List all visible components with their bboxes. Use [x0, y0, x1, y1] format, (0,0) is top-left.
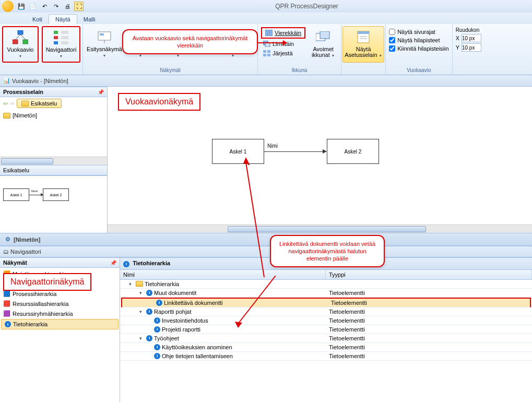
tab-malli[interactable]: Malli: [77, 15, 102, 24]
back-icon[interactable]: ⇦: [3, 100, 8, 107]
navigator-icon: [53, 29, 69, 46]
esitysnakyma-button[interactable]: Esitysnäkymä▼: [86, 26, 123, 63]
kiinnita-check[interactable]: Kiinnitä hilapisteisiin: [389, 45, 448, 52]
svg-rect-7: [54, 41, 58, 44]
svg-line-4: [20, 34, 26, 40]
title-bar: 💾 📄 ↶ ↷ 🖨 ⛶ QPR ProcessDesigner: [0, 0, 532, 13]
collapse-icon[interactable]: ▾: [139, 290, 145, 295]
save-icon[interactable]: 💾: [17, 2, 26, 11]
tietohierarkia-grid: i Tietohierarkia Nimi Tyyppi ▾Tietohiera…: [120, 257, 532, 402]
info-icon: i: [154, 326, 160, 333]
grid-row[interactable]: ▾iMuut dokumentitTietoelementti: [120, 289, 532, 298]
grid-row-linkitettava[interactable]: iLinkitettävä dokumenttiTietoelementti: [121, 298, 531, 308]
expand-icon[interactable]: ⛶: [74, 2, 84, 11]
group-vuokaavio-label: Vuokaavio: [389, 67, 448, 74]
esitysnakyma-label: Esitysnäkymä: [87, 46, 122, 52]
folder-icon: [3, 113, 10, 119]
folder-icon: [21, 101, 29, 107]
shape-askel2[interactable]: Askel 2: [327, 139, 379, 164]
vierekkain-button[interactable]: Vierekkäin: [261, 27, 305, 39]
presentation-icon: [96, 29, 113, 45]
group-nakymat-label: Näkymät: [86, 67, 254, 74]
flowchart-small-icon: 📊: [3, 77, 10, 84]
esikatselu-button[interactable]: Esikatselu: [17, 99, 62, 108]
mini-askel1: Askel 1: [3, 188, 29, 201]
hilapisteet-check[interactable]: Näytä hilapisteet: [389, 37, 448, 44]
navigaattori-button[interactable]: Navigaattori▼: [42, 26, 80, 63]
vuokaavio-button[interactable]: Vuokaavio▼: [2, 26, 39, 63]
svg-marker-45: [235, 322, 242, 328]
grid-x-input[interactable]: [462, 34, 481, 42]
navigaattorinakyma-label: Navigaattorinäkymä: [3, 273, 91, 291]
redo-icon[interactable]: ↷: [51, 2, 61, 11]
preview-pane: Askel 1 Nimi Askel 2: [0, 175, 107, 233]
arrange-icon: [263, 50, 270, 57]
grid-row[interactable]: iOhje tietojen tallentamiseenTietoelemen…: [120, 352, 532, 361]
sivurajat-check[interactable]: Näytä sivurajat: [389, 28, 448, 36]
grid-row[interactable]: ▾iTyöohjeetTietoelementti: [120, 334, 532, 343]
nakymat-item[interactable]: 🟥Resurssiallashierarkia: [0, 299, 120, 309]
collapse-icon[interactable]: ▾: [129, 281, 134, 287]
mini-askel2: Askel 2: [43, 188, 69, 201]
flowchart-icon: [12, 29, 29, 46]
grid-row[interactable]: ▾Tietohierarkia: [120, 280, 532, 289]
svg-rect-5: [54, 31, 58, 34]
svg-rect-8: [61, 31, 68, 34]
collapse-icon[interactable]: ▾: [139, 336, 145, 341]
pin-icon[interactable]: 📌: [98, 89, 104, 95]
grid-row[interactable]: ▾iRaportti pohjatTietoelementti: [120, 308, 532, 316]
svg-rect-11: [98, 32, 111, 40]
svg-rect-35: [320, 31, 329, 39]
forward-icon[interactable]: ⇨: [10, 100, 15, 107]
svg-rect-30: [263, 50, 266, 53]
scrollbar-h[interactable]: [0, 157, 107, 165]
preview-title: Esikatselu: [0, 165, 107, 175]
svg-line-44: [238, 276, 276, 324]
info-icon: i: [154, 344, 160, 350]
tab-koti[interactable]: Koti: [26, 15, 49, 24]
doc-header: 📊 Vuokaavio - [Nimetön]: [0, 75, 532, 87]
avoimet-ikkunat-button[interactable]: Avoimet ikkunat ▼: [309, 26, 338, 63]
grid-row[interactable]: iKäyttöoikeuksien anominenTietoelementti: [120, 343, 532, 352]
arrow-head-icon: [323, 149, 327, 153]
svg-rect-1: [13, 40, 18, 44]
info-icon: i: [154, 317, 160, 324]
tree-root-item[interactable]: [Nimetön]: [3, 112, 104, 119]
settings-browser-icon: [355, 29, 372, 45]
grid-row[interactable]: iInvestointiehdotusTietoelementti: [120, 316, 532, 325]
app-title: QPR ProcessDesigner: [84, 3, 530, 10]
collapse-icon[interactable]: ▾: [139, 309, 145, 314]
process-browser-pane: Prosessiselain 📌 ⇦ ⇨ Esikatselu [Nimetön…: [0, 87, 108, 233]
grid-header: Nimi Tyyppi: [120, 270, 532, 280]
undo-icon[interactable]: ↶: [40, 2, 49, 11]
svg-line-3: [15, 34, 20, 40]
jarjesta-button[interactable]: Järjestä: [261, 49, 305, 57]
grid-y-input[interactable]: [462, 43, 481, 52]
prosessiselain-title: Prosessiselain 📌: [0, 87, 107, 97]
canvas-scrollbar[interactable]: [108, 224, 532, 233]
connector[interactable]: [264, 151, 324, 152]
print-icon[interactable]: 🖨: [63, 2, 72, 11]
callout-bottom: Linkitettävä dokumentti voidaan vetää na…: [270, 235, 385, 267]
svg-rect-31: [267, 50, 270, 53]
col-tyyppi[interactable]: Tyyppi: [326, 270, 532, 279]
tab-nayta[interactable]: Näytä: [49, 14, 77, 24]
pin-icon[interactable]: 📌: [110, 260, 116, 266]
windows-icon: [315, 29, 332, 45]
asetusselain-label: Näytä Asetusselain: [345, 46, 377, 58]
svg-rect-10: [61, 41, 68, 44]
tile-h-icon: [265, 29, 273, 37]
svg-rect-6: [54, 36, 58, 39]
navigator-small-icon: 🗂: [3, 249, 9, 255]
svg-rect-9: [61, 36, 68, 39]
flowchart-canvas[interactable]: Vuokaavionäkymä Askel 1 Askel 2 Nimi ↖: [108, 87, 532, 224]
nakymat-item[interactable]: 🟪Resurssiryhmähierarkia: [0, 309, 120, 318]
svg-rect-2: [23, 40, 28, 44]
app-logo[interactable]: [2, 1, 14, 12]
group-ikkuna-label: Ikkuna: [261, 67, 338, 74]
info-icon: i: [146, 309, 152, 315]
nayta-asetusselain-button[interactable]: Näytä Asetusselain ▼: [342, 26, 384, 63]
nakymat-tietohierarkia[interactable]: iTietohierarkia: [1, 319, 119, 329]
doc-icon[interactable]: 📄: [28, 2, 38, 11]
grid-row[interactable]: iProjekti raporttiTietoelementti: [120, 325, 532, 334]
